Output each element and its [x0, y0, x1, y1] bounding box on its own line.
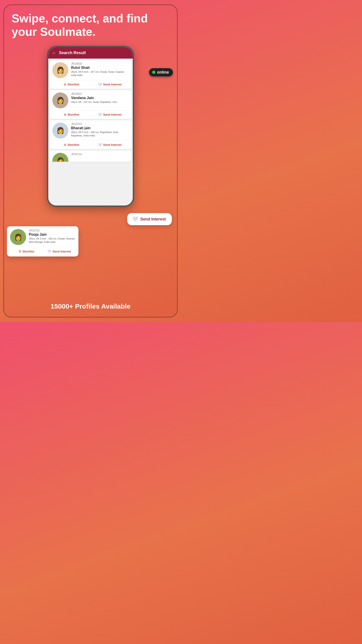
headline: Swipe, connect, and find your Soulmate.: [10, 12, 171, 39]
send-interest-btn-1[interactable]: 🤍 Send Interest: [91, 82, 129, 88]
footer-text: 15000+ Profiles Available: [10, 299, 171, 312]
heart-icon-1: 🤍: [98, 82, 102, 86]
floating-shortlist-label: Shortlist: [22, 250, 34, 253]
floating-avatar-pooja: 👩: [10, 229, 26, 245]
send-interest-popup-label: Send Interest: [140, 217, 166, 222]
send-interest-btn-2[interactable]: 🤍 Send Interest: [91, 112, 129, 118]
profile-name-3: Bharati jain: [71, 126, 129, 130]
star-icon-2: ☆: [63, 113, 66, 117]
avatar-3: 👩: [52, 122, 68, 139]
floating-shortlist-btn[interactable]: ☆ Shortlist: [10, 248, 43, 254]
floating-heart-icon: 🤍: [47, 249, 51, 253]
profile-id-2: JR15823: [71, 92, 129, 96]
shortlist-btn-3[interactable]: ☆ Shortlist: [52, 142, 91, 148]
profile-name-2: Vandana Jain: [71, 96, 129, 100]
floating-star-icon: ☆: [18, 249, 21, 253]
profile-details-3: 28yrs, 5ft 3 inch - 160 cm, Rajasthani, …: [71, 130, 129, 138]
floating-avatar-circle-pooja: 👩: [10, 229, 26, 245]
profile-card-1: 👩 JR15830 Rutvi Shah 26yrs, 5ft 6 inch -…: [50, 60, 131, 89]
avatar-circle-3: 👩: [52, 122, 68, 139]
heart-icon-2: 🤍: [98, 113, 102, 117]
shortlist-label-2: Shortlist: [67, 113, 79, 116]
send-interest-btn-3[interactable]: 🤍 Send Interest: [91, 142, 129, 148]
profile-info-4-partial: JR15713: [71, 153, 129, 162]
popup-heart-icon: 🤍: [132, 216, 138, 222]
phone-device: ← Search Result 👩 JR15830 Rutvi: [47, 46, 134, 207]
app-header-title: Search Result: [59, 50, 86, 55]
profile-card-4-partial: 👩 JR15713: [50, 150, 131, 162]
profile-card-2: 👩 JR15823 Vandana Jain 34yrs, 5ft - 152 …: [50, 90, 131, 119]
star-icon-3: ☆: [63, 143, 66, 147]
floating-card-actions-pooja: ☆ Shortlist 🤍 Send Interest: [10, 247, 75, 254]
floating-profile-details-pooja: 34yrs, 5ft 3 inch - 160 cm, Oswal, Howra…: [29, 237, 75, 244]
phone-area: online 🤍 Send Interest ← Search Result: [10, 44, 171, 299]
floating-profile-id-pooja: JR15722: [29, 229, 75, 232]
avatar-circle-1: 👩: [52, 62, 68, 78]
profile-info-2: JR15823 Vandana Jain 34yrs, 5ft - 152 cm…: [71, 92, 129, 108]
star-icon-1: ☆: [63, 82, 66, 86]
send-interest-label-3: Send Interest: [103, 143, 122, 146]
avatar-circle-2: 👩: [52, 92, 68, 108]
card-actions-2: ☆ Shortlist 🤍 Send Interest: [52, 110, 129, 118]
send-interest-popup[interactable]: 🤍 Send Interest: [127, 213, 172, 225]
profile-details-2: 34yrs, 5ft - 152 cm, Surat, Rajasthan, I…: [71, 100, 129, 104]
floating-profile-name-pooja: Pooja Jain: [29, 232, 75, 236]
shortlist-btn-1[interactable]: ☆ Shortlist: [52, 82, 91, 88]
online-badge: online: [149, 68, 173, 76]
avatar-4-partial: 👩: [52, 153, 68, 162]
shortlist-label-3: Shortlist: [67, 143, 79, 146]
profile-info-3: JR15753 Bharati jain 28yrs, 5ft 3 inch -…: [71, 122, 129, 139]
floating-card-pooja: 👩 JR15722 Pooja Jain 34yrs, 5ft 3 inch -…: [7, 226, 78, 256]
back-arrow-icon[interactable]: ←: [52, 50, 56, 56]
heart-icon-3: 🤍: [98, 143, 102, 147]
card-actions-1: ☆ Shortlist 🤍 Send Interest: [52, 80, 129, 88]
avatar-circle-4: 👩: [52, 153, 68, 162]
online-label: online: [157, 70, 169, 75]
profile-name-1: Rutvi Shah: [71, 66, 129, 70]
avatar-1: 👩: [52, 62, 68, 78]
profile-id-1: JR15830: [71, 62, 129, 65]
floating-send-interest-label: Send Interest: [52, 250, 71, 253]
profile-id-3: JR15753: [71, 122, 129, 126]
online-dot-indicator: [152, 71, 155, 74]
floating-profile-info-pooja: JR15722 Pooja Jain 34yrs, 5ft 3 inch - 1…: [29, 229, 75, 245]
avatar-2: 👩: [52, 92, 68, 108]
shortlist-label-1: Shortlist: [67, 83, 79, 86]
profile-id-4-partial: JR15713: [71, 153, 129, 156]
floating-send-interest-btn[interactable]: 🤍 Send Interest: [43, 248, 75, 254]
profile-list: 👩 JR15830 Rutvi Shah 26yrs, 5ft 6 inch -…: [48, 58, 133, 206]
send-interest-label-2: Send Interest: [103, 113, 122, 116]
card-actions-3: ☆ Shortlist 🤍 Send Interest: [52, 140, 129, 148]
profile-details-1: 26yrs, 5ft 6 inch - 167 cm, Oswal, Surat…: [71, 70, 129, 77]
profile-info-1: JR15830 Rutvi Shah 26yrs, 5ft 6 inch - 1…: [71, 62, 129, 78]
profile-card-3: 👩 JR15753 Bharati jain 28yrs, 5ft 3 inch…: [50, 120, 131, 149]
shortlist-btn-2[interactable]: ☆ Shortlist: [52, 112, 91, 118]
send-interest-label-1: Send Interest: [103, 83, 122, 86]
outer-frame: Swipe, connect, and find your Soulmate. …: [3, 4, 178, 318]
app-header: ← Search Result: [48, 47, 133, 58]
